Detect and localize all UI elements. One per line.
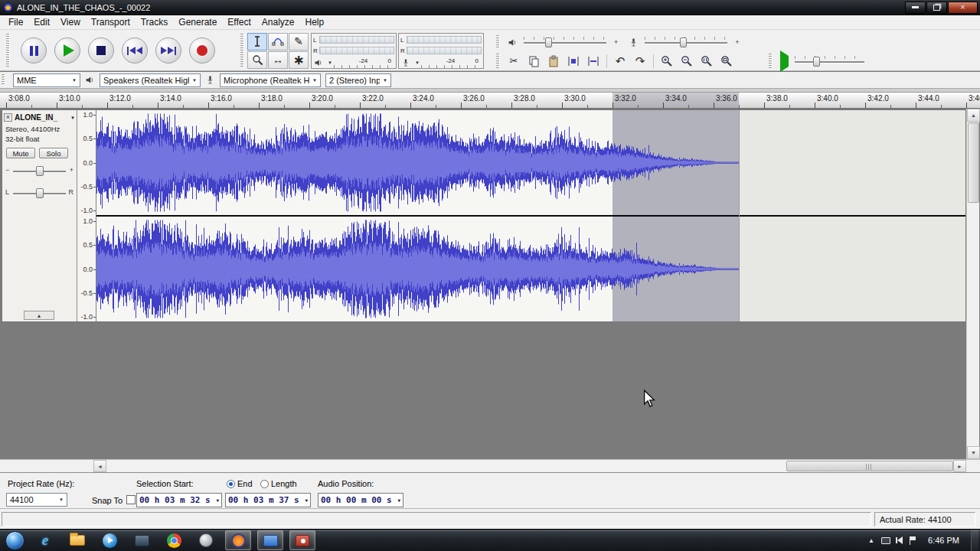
taskbar-audacity-button[interactable] <box>225 530 251 550</box>
gain-slider[interactable]: − + <box>5 164 74 181</box>
taskbar-libraries-button[interactable] <box>129 530 155 550</box>
timeline-ruler[interactable]: 3:08.03:10.03:12.03:14.03:16.03:18.03:20… <box>0 93 980 109</box>
taskbar-movie-maker-button[interactable] <box>257 530 283 550</box>
show-desktop-button[interactable] <box>971 530 978 551</box>
toolbar-grabber[interactable] <box>496 54 500 68</box>
cut-button[interactable]: ✂ <box>505 53 523 69</box>
taskbar-media-player-button[interactable] <box>96 530 122 550</box>
play-at-speed-button[interactable] <box>780 56 789 67</box>
track-title[interactable]: ALONE_IN_ <box>15 113 70 122</box>
taskbar-clock[interactable]: 6:46 PM <box>923 536 964 545</box>
playback-device-select[interactable]: Speakers (Realtek High ▼ <box>100 73 201 87</box>
minimize-button[interactable] <box>905 2 926 14</box>
playback-speed-thumb[interactable] <box>813 57 820 67</box>
meter-dropdown-icon[interactable]: ▼ <box>412 60 420 65</box>
restore-button[interactable] <box>926 2 947 14</box>
tray-network-icon[interactable] <box>881 537 890 544</box>
time-shift-tool-button[interactable]: ↔ <box>268 51 288 69</box>
multi-tool-button[interactable]: ∗ <box>289 51 309 69</box>
trim-button[interactable] <box>564 53 583 69</box>
selection-end-field[interactable]: 00 h 03 m 37 s ▼ <box>225 493 311 507</box>
waveform-canvas[interactable] <box>96 110 965 321</box>
recording-channels-select[interactable]: 2 (Stereo) Inp ▼ <box>325 73 391 87</box>
tray-action-center-icon[interactable] <box>910 536 916 545</box>
record-button[interactable] <box>189 37 215 64</box>
undo-button[interactable]: ↶ <box>611 53 629 69</box>
taskbar-start-button[interactable] <box>3 530 26 550</box>
menu-item-tracks[interactable]: Tracks <box>136 15 174 29</box>
skip-to-start-button[interactable] <box>122 37 148 64</box>
taskbar-chrome-button[interactable] <box>161 530 187 550</box>
zoom-selection-button[interactable] <box>697 53 716 69</box>
output-volume-slider[interactable] <box>522 35 608 49</box>
playback-meter[interactable]: L R ▼ -24 0 <box>311 33 397 69</box>
pan-slider[interactable]: L R <box>5 186 74 203</box>
meter-dropdown-icon[interactable]: ▼ <box>325 60 332 65</box>
audio-position-field[interactable]: 00 h 00 m 00 s ▼ <box>318 493 403 507</box>
menu-item-view[interactable]: View <box>55 15 86 29</box>
snap-to-checkbox[interactable] <box>126 495 136 504</box>
tray-expand-icon[interactable]: ▲ <box>868 537 874 544</box>
menu-item-file[interactable]: File <box>3 15 28 29</box>
selection-tool-button[interactable] <box>247 33 267 51</box>
scroll-left-button[interactable]: ◄ <box>93 460 106 472</box>
zoom-in-button[interactable] <box>658 53 676 69</box>
vertical-scroll-thumb[interactable] <box>968 122 979 203</box>
copy-button[interactable] <box>524 53 543 69</box>
track-collapse-button[interactable]: ▲ <box>24 311 54 320</box>
toolbar-grabber[interactable] <box>2 74 5 86</box>
menu-item-effect[interactable]: Effect <box>222 15 256 29</box>
toolbar-grabber[interactable] <box>240 34 244 67</box>
taskbar-internet-explorer-button[interactable] <box>32 530 58 550</box>
menu-item-help[interactable]: Help <box>300 15 330 29</box>
pan-thumb[interactable] <box>36 188 44 198</box>
zoom-tool-button[interactable] <box>247 51 267 69</box>
paste-button[interactable] <box>544 53 563 69</box>
zoom-fit-button[interactable] <box>717 53 736 69</box>
scroll-up-button[interactable]: ▲ <box>967 109 980 122</box>
menu-item-analyze[interactable]: Analyze <box>256 15 300 29</box>
toolbar-grabber[interactable] <box>496 35 500 49</box>
audio-host-select[interactable]: MME ▼ <box>13 73 80 87</box>
horizontal-scrollbar[interactable]: ◄ ► <box>93 460 966 473</box>
horizontal-scroll-thumb[interactable] <box>786 461 953 471</box>
menu-item-edit[interactable]: Edit <box>28 15 55 29</box>
recording-device-select[interactable]: Microphone (Realtek Hig ▼ <box>220 73 321 87</box>
taskbar-messenger-button[interactable] <box>193 530 219 550</box>
track-menu-icon[interactable]: ▼ <box>70 116 75 120</box>
menu-item-generate[interactable]: Generate <box>173 15 222 29</box>
stop-button[interactable] <box>88 37 114 64</box>
close-button[interactable]: × <box>948 2 978 14</box>
input-volume-slider[interactable] <box>643 35 729 49</box>
mute-button[interactable]: Mute <box>6 148 35 158</box>
selection-start-field[interactable]: 00 h 03 m 32 s ▼ <box>136 493 222 507</box>
project-rate-select[interactable]: 44100 ▼ <box>6 493 67 507</box>
vertical-scrollbar[interactable]: ▲ ▼ <box>966 109 979 459</box>
length-radio[interactable]: Length <box>260 479 297 488</box>
input-volume-thumb[interactable] <box>680 37 687 47</box>
taskbar-recorder-button[interactable] <box>289 530 315 550</box>
silence-button[interactable] <box>584 53 603 69</box>
redo-button[interactable]: ↷ <box>631 53 649 69</box>
zoom-out-button[interactable] <box>678 53 696 69</box>
gain-thumb[interactable] <box>36 166 44 176</box>
play-button[interactable] <box>54 37 80 64</box>
playback-speed-slider[interactable] <box>793 54 866 68</box>
end-radio-button[interactable] <box>227 480 235 488</box>
track-close-button[interactable]: × <box>4 113 12 122</box>
scroll-right-button[interactable]: ► <box>953 460 966 472</box>
recording-meter[interactable]: L R ▼ -24 0 <box>398 33 484 69</box>
end-radio[interactable]: End <box>227 479 253 488</box>
skip-to-end-button[interactable] <box>155 37 181 64</box>
draw-tool-button[interactable]: ✎ <box>289 33 309 51</box>
menu-item-transport[interactable]: Transport <box>86 15 136 29</box>
output-volume-thumb[interactable] <box>545 37 552 47</box>
scroll-down-button[interactable]: ▼ <box>967 446 980 459</box>
tray-volume-icon[interactable] <box>897 536 903 544</box>
solo-button[interactable]: Solo <box>39 148 68 158</box>
envelope-tool-button[interactable] <box>268 33 288 51</box>
toolbar-grabber[interactable] <box>769 54 773 68</box>
pause-button[interactable] <box>21 37 47 64</box>
length-radio-button[interactable] <box>260 480 269 488</box>
toolbar-grabber[interactable] <box>6 34 10 67</box>
